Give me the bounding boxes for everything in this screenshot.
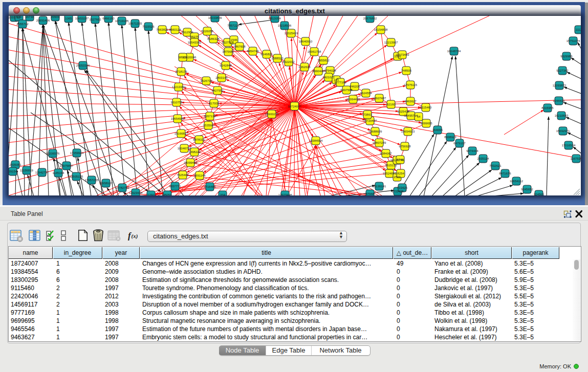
svg-text:1112: 1112 (576, 28, 581, 31)
svg-text:10653287: 10653287 (75, 17, 89, 20)
svg-text:8215955: 8215955 (541, 106, 554, 110)
svg-text:9245652: 9245652 (521, 188, 533, 191)
svg-text:3624554: 3624554 (360, 92, 372, 95)
svg-text:18099469: 18099469 (184, 161, 198, 164)
svg-text:3875685: 3875685 (222, 50, 234, 53)
svg-text:9716485: 9716485 (204, 185, 216, 188)
svg-text:9463627: 9463627 (404, 100, 417, 103)
svg-text:18807249: 18807249 (373, 141, 386, 144)
svg-text:12923448: 12923448 (129, 191, 143, 194)
svg-text:1588520: 1588520 (271, 57, 284, 60)
svg-text:8813054: 8813054 (269, 17, 281, 20)
svg-text:10543362: 10543362 (188, 41, 202, 44)
svg-text:6794028: 6794028 (324, 69, 336, 72)
svg-text:10719185: 10719185 (115, 19, 129, 23)
svg-text:13524851: 13524851 (383, 172, 397, 175)
svg-text:8660124: 8660124 (169, 28, 181, 31)
svg-text:9329986: 9329986 (560, 55, 573, 58)
svg-text:6466160: 6466160 (102, 17, 115, 20)
svg-text:10607487: 10607487 (373, 97, 386, 100)
svg-text:9699695: 9699695 (420, 122, 432, 125)
svg-text:1527602: 1527602 (89, 18, 101, 21)
svg-text:15692971: 15692971 (556, 129, 570, 133)
svg-text:16136141: 16136141 (373, 185, 386, 188)
svg-text:733426: 733426 (397, 186, 408, 189)
svg-text:3526713: 3526713 (200, 79, 212, 82)
svg-text:9084067: 9084067 (380, 152, 392, 155)
svg-text:98901: 98901 (179, 56, 187, 59)
svg-text:8746: 8746 (397, 158, 404, 161)
svg-text:2435051: 2435051 (9, 163, 21, 166)
svg-text:817006: 817006 (209, 102, 220, 105)
svg-text:204: 204 (220, 193, 226, 195)
svg-text:8938923: 8938923 (444, 136, 456, 139)
svg-text:62160: 62160 (387, 103, 396, 106)
svg-text:15751074: 15751074 (567, 39, 580, 42)
svg-text:16154838: 16154838 (374, 28, 388, 31)
svg-text:10973493: 10973493 (396, 53, 409, 56)
svg-text:15720407: 15720407 (363, 119, 377, 122)
svg-text:12093872: 12093872 (553, 84, 567, 87)
svg-text:7832621: 7832621 (489, 164, 502, 167)
svg-text:11156819: 11156819 (20, 169, 33, 172)
svg-text:10688609: 10688609 (368, 130, 382, 133)
svg-text:12942737: 12942737 (35, 171, 49, 174)
svg-text:17016504: 17016504 (562, 144, 576, 147)
svg-text:16730: 16730 (26, 16, 34, 18)
svg-text:6479197: 6479197 (453, 142, 466, 145)
svg-text:20691406: 20691406 (36, 19, 50, 22)
svg-text:20206576: 20206576 (46, 152, 60, 155)
svg-text:19654985: 19654985 (171, 117, 185, 120)
svg-text:19218506: 19218506 (278, 24, 292, 27)
svg-text:8471676: 8471676 (499, 172, 511, 175)
svg-text:8878331: 8878331 (193, 138, 205, 141)
svg-text:18640910: 18640910 (299, 40, 313, 43)
svg-text:7857224: 7857224 (227, 24, 239, 27)
svg-text:1292: 1292 (147, 193, 155, 195)
svg-text:3912954: 3912954 (181, 31, 193, 34)
svg-text:29053346: 29053346 (76, 64, 90, 67)
svg-text:87968: 87968 (366, 192, 375, 195)
svg-text:1362615: 1362615 (298, 65, 311, 69)
svg-text:2718176: 2718176 (175, 70, 187, 73)
svg-text:1145194: 1145194 (53, 171, 65, 174)
svg-text:1610755: 1610755 (170, 101, 183, 104)
svg-text:16648784: 16648784 (447, 50, 461, 53)
svg-text:9756928: 9756928 (399, 145, 411, 148)
svg-text:924565: 924565 (534, 193, 545, 195)
svg-text:16782759: 16782759 (116, 186, 129, 189)
svg-text:9242848: 9242848 (220, 64, 232, 67)
svg-text:1421022: 1421022 (322, 76, 335, 79)
svg-text:8454749: 8454749 (247, 50, 259, 53)
svg-text:(x): (x) (132, 233, 138, 239)
svg-text:939: 939 (16, 16, 22, 18)
svg-text:9474444: 9474444 (466, 149, 478, 152)
svg-text:5226058: 5226058 (201, 30, 213, 33)
svg-text:19166827: 19166827 (175, 132, 188, 135)
svg-text:12923448: 12923448 (278, 193, 292, 195)
svg-text:39154: 39154 (9, 170, 17, 173)
svg-text:18724007: 18724007 (288, 105, 301, 108)
svg-text:95051: 95051 (163, 193, 172, 195)
svg-text:748506: 748506 (401, 69, 412, 72)
svg-text:1065: 1065 (65, 17, 72, 20)
svg-text:2523: 2523 (394, 176, 401, 179)
svg-text:1733426: 1733426 (391, 190, 404, 193)
svg-text:16961758: 16961758 (308, 50, 321, 53)
svg-text:10975857: 10975857 (60, 164, 74, 167)
svg-text:9427552: 9427552 (211, 89, 224, 92)
svg-text:8186328: 8186328 (207, 37, 220, 40)
svg-text:2055712: 2055712 (16, 23, 29, 26)
svg-text:164095: 164095 (432, 128, 443, 132)
svg-text:1498222: 1498222 (188, 150, 201, 154)
svg-text:10654112: 10654112 (510, 180, 524, 183)
svg-text:1025438: 1025438 (397, 110, 409, 113)
svg-text:1546: 1546 (230, 38, 237, 41)
svg-text:9146821: 9146821 (260, 53, 273, 56)
svg-text:7625402: 7625402 (177, 173, 189, 177)
svg-text:153594: 153594 (203, 124, 214, 127)
svg-text:9227342: 9227342 (556, 69, 569, 72)
svg-text:20903: 20903 (51, 16, 60, 18)
svg-text:3267130: 3267130 (204, 115, 216, 118)
svg-text:9657771: 9657771 (169, 185, 181, 188)
